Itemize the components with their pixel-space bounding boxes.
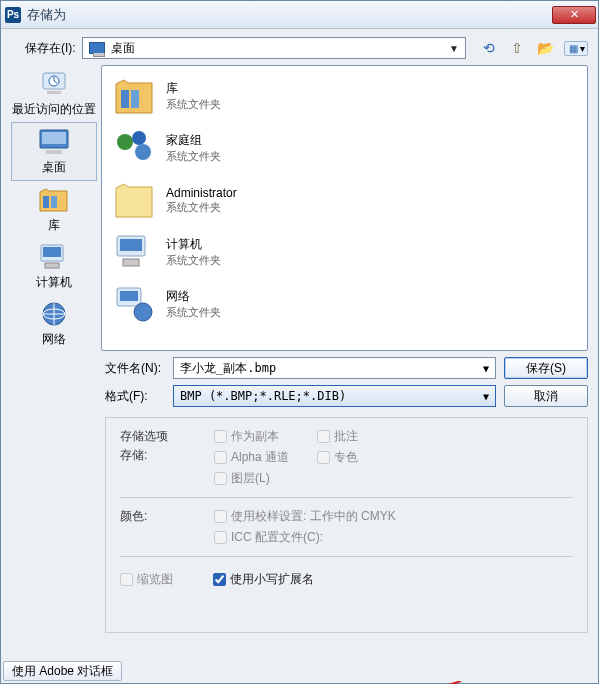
list-item-sub: 系统文件夹 xyxy=(166,200,237,215)
sidebar-item-label: 计算机 xyxy=(36,274,72,291)
sidebar-item-computer[interactable]: 计算机 xyxy=(11,238,97,295)
network-icon xyxy=(112,282,156,326)
homegroup-icon xyxy=(112,126,156,170)
svg-rect-20 xyxy=(123,259,139,266)
use-adobe-dialog-button[interactable]: 使用 Adobe 对话框 xyxy=(3,661,122,681)
svg-point-17 xyxy=(135,144,151,160)
look-in-label: 保存在(I): xyxy=(25,40,76,57)
list-item-sub: 系统文件夹 xyxy=(166,253,221,268)
list-item-title: 计算机 xyxy=(166,236,221,253)
list-item[interactable]: 计算机系统文件夹 xyxy=(106,226,583,278)
store-label: 存储: xyxy=(120,447,186,464)
list-item-title: Administrator xyxy=(166,186,237,200)
as-copy-checkbox[interactable]: 作为副本 xyxy=(214,428,289,445)
filename-label: 文件名(N): xyxy=(105,360,165,377)
sidebar-item-recent[interactable]: 最近访问的位置 xyxy=(11,65,97,122)
view-menu-button[interactable]: ▦▾ xyxy=(564,41,588,56)
format-value: BMP (*.BMP;*.RLE;*.DIB) xyxy=(180,389,346,403)
network-icon xyxy=(37,299,71,329)
desktop-icon xyxy=(37,127,71,157)
sidebar-item-label: 最近访问的位置 xyxy=(12,101,96,118)
sidebar-item-libraries[interactable]: 库 xyxy=(11,181,97,238)
list-item-sub: 系统文件夹 xyxy=(166,305,221,320)
save-button[interactable]: 保存(S) xyxy=(504,357,588,379)
up-level-icon[interactable]: ⇧ xyxy=(508,39,526,57)
notes-checkbox[interactable]: 批注 xyxy=(317,428,358,445)
list-item-sub: 系统文件夹 xyxy=(166,97,221,112)
window-title: 存储为 xyxy=(27,6,552,24)
color-label: 颜色: xyxy=(120,508,186,525)
proof-checkbox[interactable]: 使用校样设置: 工作中的 CMYK xyxy=(214,508,396,525)
file-list-pane[interactable]: 库系统文件夹 家庭组系统文件夹 Administrator系统文件夹 计算机系统… xyxy=(101,65,588,351)
svg-point-23 xyxy=(134,303,152,321)
svg-rect-9 xyxy=(43,247,61,257)
places-sidebar: 最近访问的位置 桌面 库 xyxy=(11,65,97,351)
libraries-icon xyxy=(37,185,71,215)
chevron-down-icon: ▼ xyxy=(483,391,489,402)
svg-rect-5 xyxy=(46,150,62,154)
list-item-title: 库 xyxy=(166,80,221,97)
thumbnail-checkbox[interactable]: 缩览图 xyxy=(120,571,173,588)
list-item[interactable]: 库系统文件夹 xyxy=(106,70,583,122)
svg-point-16 xyxy=(132,131,146,145)
svg-rect-19 xyxy=(120,239,142,251)
sidebar-item-label: 库 xyxy=(48,217,60,234)
svg-point-15 xyxy=(117,134,133,150)
svg-rect-6 xyxy=(43,196,49,208)
list-item-sub: 系统文件夹 xyxy=(166,149,221,164)
svg-rect-22 xyxy=(120,291,138,301)
filename-value: 李小龙_副本.bmp xyxy=(180,360,276,377)
layers-checkbox[interactable]: 图层(L) xyxy=(214,470,289,487)
computer-icon xyxy=(112,230,156,274)
alpha-checkbox[interactable]: Alpha 通道 xyxy=(214,449,289,466)
list-item-title: 家庭组 xyxy=(166,132,221,149)
look-in-select[interactable]: 桌面 ▼ xyxy=(82,37,466,59)
list-item-title: 网络 xyxy=(166,288,221,305)
close-button[interactable]: ✕ xyxy=(552,6,596,24)
svg-rect-7 xyxy=(51,196,57,208)
svg-rect-10 xyxy=(45,263,59,268)
format-select[interactable]: BMP (*.BMP;*.RLE;*.DIB) ▼ xyxy=(173,385,496,407)
sidebar-item-network[interactable]: 网络 xyxy=(11,295,97,352)
save-options-panel: 存储选项 存储: 作为副本 Alpha 通道 图层(L) 批注 专色 颜色: 使… xyxy=(105,417,588,633)
sidebar-item-desktop[interactable]: 桌面 xyxy=(11,122,97,181)
chevron-down-icon: ▼ xyxy=(449,43,459,54)
back-icon[interactable]: ⟲ xyxy=(480,39,498,57)
desktop-icon xyxy=(89,42,105,54)
svg-rect-4 xyxy=(42,132,66,144)
icc-checkbox[interactable]: ICC 配置文件(C): xyxy=(214,529,396,546)
options-group-label: 存储选项 xyxy=(120,428,186,445)
list-item[interactable]: Administrator系统文件夹 xyxy=(106,174,583,226)
user-folder-icon xyxy=(112,178,156,222)
list-item[interactable]: 网络系统文件夹 xyxy=(106,278,583,330)
recent-icon xyxy=(37,69,71,99)
app-icon: Ps xyxy=(5,7,21,23)
svg-rect-14 xyxy=(131,90,139,108)
chevron-down-icon: ▼ xyxy=(483,363,489,374)
title-bar: Ps 存储为 ✕ xyxy=(1,1,598,29)
cancel-button[interactable]: 取消 xyxy=(504,385,588,407)
format-label: 格式(F): xyxy=(105,388,165,405)
spot-checkbox[interactable]: 专色 xyxy=(317,449,358,466)
computer-icon xyxy=(37,242,71,272)
lowercase-ext-checkbox[interactable]: 使用小写扩展名 xyxy=(213,571,314,588)
sidebar-item-label: 网络 xyxy=(42,331,66,348)
sidebar-item-label: 桌面 xyxy=(42,159,66,176)
svg-rect-2 xyxy=(47,91,61,94)
libraries-icon xyxy=(112,74,156,118)
list-item[interactable]: 家庭组系统文件夹 xyxy=(106,122,583,174)
filename-input[interactable]: 李小龙_副本.bmp ▼ xyxy=(173,357,496,379)
look-in-value: 桌面 xyxy=(111,40,135,57)
svg-rect-13 xyxy=(121,90,129,108)
new-folder-icon[interactable]: 📂 xyxy=(536,39,554,57)
